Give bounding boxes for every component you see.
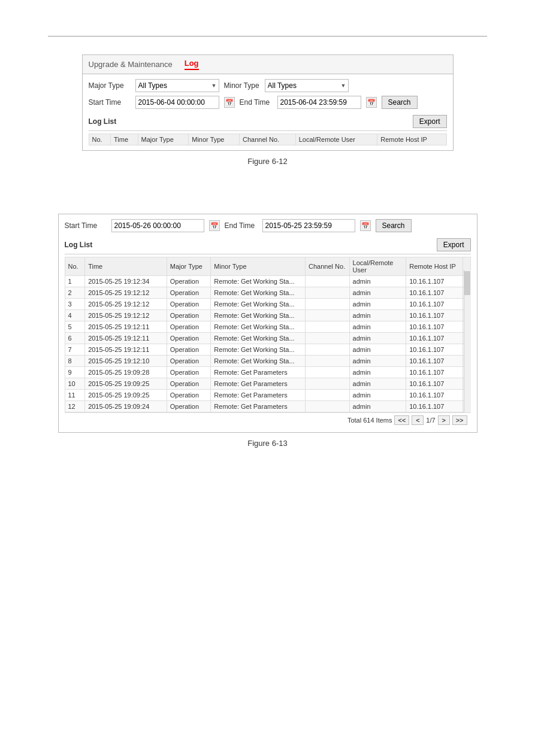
panel-body-fig12: Major Type All Types Minor Type All Type… [83,74,453,150]
table-row: 92015-05-25 19:09:28OperationRemote: Get… [65,367,470,378]
table-wrap-fig13: No. Time Major Type Minor Type Channel N… [65,257,471,412]
spacer [48,190,487,214]
start-time-input[interactable] [135,96,219,109]
end-time-cal-fig13[interactable]: 📅 [360,220,371,231]
search-button-fig12[interactable]: Search [382,96,418,109]
end-time-label-fig13: End Time [225,221,258,230]
type-row: Major Type All Types Minor Type All Type… [89,79,447,92]
start-time-label-fig13: Start Time [65,221,107,230]
table-row: 82015-05-25 19:12:10OperationRemote: Get… [65,356,470,367]
table-row: 122015-05-25 19:09:24OperationRemote: Ge… [65,401,470,412]
top-divider [48,36,487,37]
search-button-fig13[interactable]: Search [376,219,412,232]
table-row: 12015-05-25 19:12:34OperationRemote: Get… [65,276,470,287]
start-time-calendar-icon[interactable]: 📅 [224,97,235,108]
scrollbar-fig13[interactable] [464,270,471,412]
log-list-header-fig13: Log List Export [65,236,471,254]
col-major-fig13: Major Type [167,257,211,276]
table-row: 112015-05-25 19:09:25OperationRemote: Ge… [65,390,470,401]
table-row: 32015-05-25 19:12:12OperationRemote: Get… [65,299,470,310]
pg-next-fig13[interactable]: > [438,415,450,425]
col-channel-fig12: Channel No. [239,134,295,145]
end-time-input-fig13[interactable] [262,219,355,232]
export-button-fig13[interactable]: Export [437,238,471,251]
table-row: 22015-05-25 19:12:12OperationRemote: Get… [65,287,470,299]
tab-log[interactable]: Log [185,59,199,70]
pg-current-fig13: 1/7 [426,417,435,424]
time-row: Start Time 📅 End Time 📅 Search [89,96,447,109]
minor-type-label: Minor Type [224,81,260,90]
time-row-fig13: Start Time 📅 End Time 📅 Search [65,219,471,232]
panel-figure12: Upgrade & Maintenance Log Major Type All… [82,54,454,151]
pg-prev-fig13[interactable]: < [412,415,424,425]
start-time-cal-fig13[interactable]: 📅 [209,220,220,231]
col-user-fig12: Local/Remote User [295,134,377,145]
pagination-fig13: Total 614 Items << < 1/7 > >> [65,412,471,427]
figure-13-container: Start Time 📅 End Time 📅 Search Log List … [48,214,487,448]
col-minor-fig12: Minor Type [189,134,240,145]
minor-type-select[interactable]: All Types [265,79,349,92]
end-time-input[interactable] [277,96,361,109]
figure-12-container: Upgrade & Maintenance Log Major Type All… [48,54,487,166]
tab-upgrade-maintenance[interactable]: Upgrade & Maintenance [89,60,173,69]
export-button-fig12[interactable]: Export [413,115,447,128]
start-time-label: Start Time [89,98,131,107]
table-row: 52015-05-25 19:12:11OperationRemote: Get… [65,321,470,333]
total-items-fig13: Total 614 Items [347,417,392,424]
log-table-fig13: No. Time Major Type Minor Type Channel N… [65,257,471,412]
col-time-fig13: Time [85,257,167,276]
col-user-fig13: Local/Remote User [349,257,406,276]
log-list-header-fig12: Log List Export [89,113,447,131]
major-type-select-wrapper: All Types [135,79,219,92]
col-channel-fig13: Channel No. [306,257,350,276]
scrollbar-thumb-fig13 [464,271,470,295]
table-row: 72015-05-25 19:12:11OperationRemote: Get… [65,344,470,356]
table-wrap-fig12: No. Time Major Type Minor Type Channel N… [89,133,447,145]
end-time-label: End Time [240,98,273,107]
panel-header-fig12: Upgrade & Maintenance Log [83,55,453,74]
col-no-fig12: No. [89,134,111,145]
log-list-title-fig12: Log List [89,117,117,126]
table-row: 42015-05-25 19:12:12OperationRemote: Get… [65,310,470,321]
col-minor-fig13: Minor Type [211,257,306,276]
log-table-fig12: No. Time Major Type Minor Type Channel N… [89,133,447,145]
major-type-label: Major Type [89,81,131,90]
col-time-fig12: Time [111,134,138,145]
col-no-fig13: No. [65,257,85,276]
table-row: 102015-05-25 19:09:25OperationRemote: Ge… [65,378,470,390]
col-major-fig12: Major Type [138,134,189,145]
minor-type-select-wrapper: All Types [265,79,349,92]
panel-body-fig13: Start Time 📅 End Time 📅 Search Log List … [59,214,477,432]
start-time-input-fig13[interactable] [111,219,204,232]
major-type-select[interactable]: All Types [135,79,219,92]
pg-prev-prev-fig13[interactable]: << [394,415,409,425]
col-ip-fig12: Remote Host IP [377,134,446,145]
pg-next-next-fig13[interactable]: >> [452,415,467,425]
figure-13-caption: Figure 6-13 [48,439,487,448]
col-ip-fig13: Remote Host IP [406,257,463,276]
figure-12-caption: Figure 6-12 [48,157,487,166]
table-row: 62015-05-25 19:12:11OperationRemote: Get… [65,333,470,344]
panel-figure13: Start Time 📅 End Time 📅 Search Log List … [58,214,477,433]
end-time-calendar-icon[interactable]: 📅 [366,97,377,108]
log-list-title-fig13: Log List [65,241,93,249]
